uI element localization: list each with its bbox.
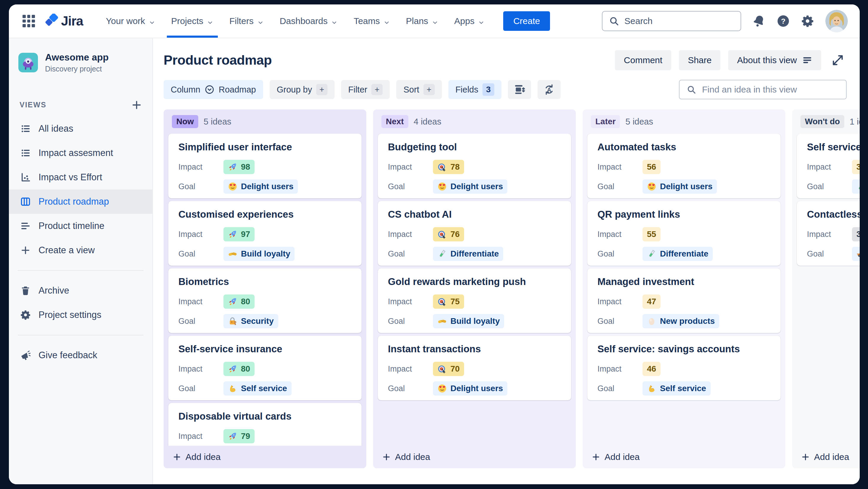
card-field-row: GoalDelight users [597,179,771,194]
add-view-icon[interactable] [131,99,142,111]
sidebar-item-create-a-view[interactable]: Create a view [9,238,152,262]
group-by-chip[interactable]: Group by + [270,80,335,99]
test-tube-emoji-icon [437,249,447,259]
nav-item-dashboards[interactable]: Dashboards [272,4,346,38]
sidebar-item-product-timeline[interactable]: Product timeline [9,214,152,238]
impact-badge: 47 [643,294,660,309]
nav-item-label: Projects [171,16,203,26]
idea-card[interactable]: Gold rewards marketing pushImpact75GoalB… [378,268,571,333]
impact-badge: 30 [852,227,860,241]
nav-item-projects[interactable]: Projects [163,4,221,38]
idea-card[interactable]: ContactlessImpact30Goal [797,201,860,266]
card-field-row: Impact46 [597,362,771,376]
column-selector-chip[interactable]: Column Roadmap [163,80,263,99]
nav-item-your-work[interactable]: Your work [98,4,163,38]
global-search-input[interactable] [624,16,734,26]
add-idea-button[interactable]: Add idea [163,446,366,468]
field-label: Goal [597,384,643,393]
add-idea-button[interactable]: Add idea [373,446,576,468]
nav-item-plans[interactable]: Plans [398,4,446,38]
column-status-badge: Next [381,115,408,128]
impact-badge: 75 [433,294,464,309]
idea-card-title: Self-service insurance [178,343,351,355]
project-type: Discovery project [45,65,109,73]
jira-logo-icon [44,13,59,28]
notifications-bell-icon[interactable] [752,15,766,28]
field-label: Goal [388,317,433,326]
sidebar-item-impact-vs-effort[interactable]: Impact vs Effort [9,165,152,190]
idea-card[interactable]: Managed investmentImpact47GoalNew produc… [587,268,781,333]
bicep-emoji-icon [228,384,237,393]
idea-card[interactable]: Self service:Impact36Goal [797,134,860,198]
help-icon[interactable]: ? [777,15,790,28]
sort-alphabetical-button[interactable]: A [537,80,561,99]
circle-chevron-icon [205,85,215,95]
impact-badge: 76 [433,227,464,241]
card-field-row: Impact36 [807,160,860,174]
field-label: Goal [807,250,852,259]
idea-card-title: Customised experiences [178,209,351,220]
filter-chip[interactable]: Filter + [341,80,390,99]
nav-item-teams[interactable]: Teams [345,4,398,38]
test-tube-emoji-icon [647,249,656,259]
app-switcher-icon[interactable] [23,15,35,27]
add-idea-label: Add idea [604,452,640,462]
idea-card[interactable]: CS chatbot AIImpact76GoalDifferentiate [378,201,571,266]
field-value: Build loyalty [241,249,290,259]
project-header[interactable]: Awesome app Discovery project [9,52,152,73]
impact-badge: 36 [852,160,860,174]
idea-card[interactable]: Disposable virtual cardsImpact79 [168,403,362,446]
jira-logo[interactable]: Jira [44,13,83,28]
heart-eyes-emoji-icon [437,182,447,191]
idea-card[interactable]: Self-service insuranceImpact80GoalSelf s… [168,336,362,400]
settings-gear-icon[interactable] [801,15,814,28]
field-label: Goal [388,384,433,393]
idea-card[interactable]: BiometricsImpact80GoalSecurity [168,268,362,333]
target-emoji-icon [437,230,447,239]
chevron-down-icon [383,18,390,24]
field-value: 80 [241,297,250,306]
comment-button[interactable]: Comment [615,50,671,70]
idea-card[interactable]: QR payment linksImpact55GoalDifferentiat… [587,201,781,266]
add-idea-button[interactable]: Add idea [583,446,785,468]
sidebar-item-give-feedback[interactable]: Give feedback [9,343,152,367]
field-value: Self service [241,384,287,393]
goal-badge: Self service [223,381,291,396]
about-this-view-button[interactable]: About this view [728,50,821,70]
fields-chip[interactable]: Fields 3 [448,80,501,99]
idea-card[interactable]: Self service: savings accountsImpact46Go… [587,336,781,400]
top-navigation: Jira Your workProjectsFiltersDashboardsT… [9,4,860,38]
trash-icon [20,285,31,296]
user-avatar[interactable] [825,10,848,32]
sidebar-item-product-roadmap[interactable]: Product roadmap [9,190,152,214]
idea-card[interactable]: Budgeting toolImpact78GoalDelight users [378,134,571,198]
align-lines-icon [802,55,812,65]
svg-text:?: ? [781,17,785,25]
find-idea-input[interactable] [702,84,839,95]
fullscreen-button[interactable] [829,50,847,70]
nav-item-filters[interactable]: Filters [221,4,272,38]
sidebar-item-project-settings[interactable]: Project settings [9,303,152,327]
find-idea-search[interactable] [679,80,847,99]
sidebar-item-label: Archive [38,285,69,296]
idea-card[interactable]: Automated tasksImpact56GoalDelight users [587,134,781,198]
share-button[interactable]: Share [679,50,720,70]
sidebar-item-archive[interactable]: Archive [9,279,152,303]
field-value: 78 [451,162,460,172]
sidebar: Awesome app Discovery project VIEWS All … [9,38,153,484]
card-density-button[interactable] [508,80,531,99]
create-button[interactable]: Create [503,11,550,31]
sort-chip[interactable]: Sort + [396,80,441,99]
column-idea-count: 4 ideas [414,117,441,126]
idea-card[interactable]: Instant transactionsImpact70GoalDelight … [378,336,571,400]
idea-card[interactable]: Simplified user interfaceImpact98GoalDel… [168,134,362,198]
goal-badge: Build loyalty [223,247,294,261]
add-idea-button[interactable]: Add idea [792,446,860,468]
sidebar-item-all-ideas[interactable]: All ideas [9,117,152,141]
global-search[interactable] [602,11,741,31]
idea-card[interactable]: Customised experiencesImpact97GoalBuild … [168,201,362,266]
sidebar-item-impact-assesment[interactable]: Impact assesment [9,141,152,165]
field-label: Goal [178,384,223,393]
nav-item-apps[interactable]: Apps [446,4,493,38]
sidebar-item-label: Give feedback [38,350,97,361]
